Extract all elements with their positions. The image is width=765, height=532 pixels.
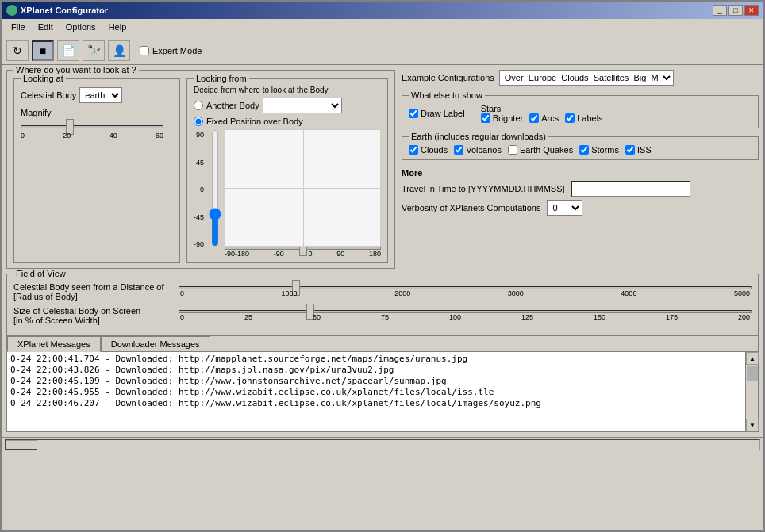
h-axis-labels: -90-180 -90 0 90 180: [225, 250, 381, 258]
size-tick-50: 50: [313, 313, 321, 321]
close-button[interactable]: ✕: [744, 5, 759, 16]
size-tick-100: 100: [449, 313, 461, 321]
expert-mode-checkbox[interactable]: [140, 46, 149, 55]
menu-help[interactable]: Help: [102, 21, 133, 34]
scroll-down-button[interactable]: ▼: [746, 419, 759, 431]
stars-options-row: Brighter Arcs Labels: [481, 113, 603, 123]
main-window: XPlanet Configurator _ □ ✕ File Edit Opt…: [0, 0, 765, 532]
tick-60: 60: [156, 132, 163, 140]
v-slider-container: [207, 129, 223, 258]
more-section: More Travel in Time to [YYYYMMDD.HHMMSS]…: [402, 168, 759, 219]
top-section: Where do you want to look at ? Looking a…: [2, 65, 763, 274]
travel-label: Travel in Time to [YYYYMMDD.HHMMSS]: [402, 184, 565, 193]
person-button[interactable]: 👤: [108, 40, 130, 61]
storms-checkbox[interactable]: [579, 145, 589, 155]
fixed-position-label: Fixed Position over Body: [206, 117, 303, 126]
size-tick-75: 75: [381, 313, 389, 321]
iss-item: ISS: [625, 145, 652, 155]
square-button[interactable]: ■: [32, 40, 54, 61]
menubar: File Edit Options Help: [2, 19, 763, 36]
scroll-up-button[interactable]: ▲: [746, 352, 759, 365]
distance-slider-area: 0 1000 2000 3000 4000 5000: [179, 286, 752, 297]
volcanos-checkbox[interactable]: [454, 145, 463, 155]
message-content[interactable]: 0-24 22:00:41.704 - Downloaded: http://m…: [7, 352, 758, 431]
maximize-button[interactable]: □: [728, 5, 743, 16]
another-body-radio[interactable]: [194, 101, 203, 110]
another-body-row: Another Body: [194, 98, 381, 113]
verbosity-label: Verbosity of XPlanets Computations: [402, 203, 540, 212]
scroll-track-area: [746, 365, 758, 419]
tick-20: 20: [63, 132, 71, 140]
celestial-body-label: Celestial Body: [21, 90, 76, 100]
grid-area: 90 45 0 -45 -90: [194, 129, 381, 258]
storms-label: Storms: [591, 145, 619, 155]
message-line-5: 0-24 22:00:46.207 - Downloaded: http://w…: [10, 398, 744, 408]
iss-checkbox[interactable]: [625, 145, 635, 155]
h-scroll-thumb[interactable]: [6, 440, 37, 450]
page-button[interactable]: 📄: [57, 40, 79, 61]
travel-row: Travel in Time to [YYYYMMDD.HHMMSS]: [402, 181, 759, 197]
fov-section: Field of View Celestial Body seen from a…: [6, 274, 759, 335]
scroll-thumb[interactable]: [747, 366, 758, 381]
brighter-checkbox[interactable]: [481, 113, 490, 123]
distance-row: Celestial Body seen from a Distance of[R…: [13, 282, 752, 301]
dist-tick-3000: 3000: [508, 289, 524, 297]
size-tick-200: 200: [738, 313, 750, 321]
fixed-position-radio[interactable]: [194, 117, 203, 126]
magnify-slider[interactable]: [21, 125, 163, 128]
looking-at-box: Looking at Celestial Body earth sun moon…: [13, 78, 180, 263]
verbosity-select[interactable]: 0 1 2 3: [547, 200, 582, 216]
grid-v-center: [303, 130, 304, 246]
earthquakes-label: Earth Quakes: [520, 145, 573, 155]
scrollbar[interactable]: ▲ ▼: [745, 352, 758, 431]
tab-downloader-messages[interactable]: Downloader Messages: [101, 336, 210, 351]
iss-label: ISS: [637, 145, 652, 155]
where-inner: Looking at Celestial Body earth sun moon…: [13, 78, 388, 263]
v-tick-0: 0: [194, 186, 204, 193]
size-tick-150: 150: [594, 313, 605, 321]
app-icon: [6, 5, 17, 16]
travel-input[interactable]: [571, 181, 690, 197]
stars-label: Stars: [481, 104, 603, 113]
horizontal-scrollbar[interactable]: [5, 439, 760, 450]
draw-label-item: Draw Label: [409, 109, 465, 118]
h-tick-n180: -90-180: [225, 250, 249, 258]
right-panel: Example Configurations Over_Europe_Cloud…: [402, 70, 759, 269]
menu-edit[interactable]: Edit: [32, 21, 60, 34]
what-else-legend: What else to show: [409, 90, 485, 100]
menu-file[interactable]: File: [5, 21, 32, 34]
earthquakes-item: Earth Quakes: [508, 145, 573, 155]
messages-wrapper: 0-24 22:00:41.704 - Downloaded: http://m…: [7, 352, 758, 431]
tick-0: 0: [21, 132, 25, 140]
looking-from-legend: Looking from: [194, 74, 249, 83]
celestial-body-select[interactable]: earth sun moon mars: [79, 87, 122, 103]
binoculars-button[interactable]: 🔭: [83, 40, 105, 61]
example-config-select[interactable]: Over_Europe_Clouds_Satellites_Big_M...: [499, 70, 674, 86]
window-title: XPlanet Configurator: [21, 6, 108, 15]
menu-options[interactable]: Options: [60, 21, 102, 34]
v-axis-labels: 90 45 0 -45 -90: [194, 131, 206, 248]
magnify-container: Magnify 0 20 40 60: [21, 108, 173, 140]
refresh-button[interactable]: ↻: [6, 40, 29, 61]
tab-xplanet-messages[interactable]: XPlanet Messages: [7, 336, 101, 352]
draw-label-checkbox[interactable]: [409, 109, 418, 118]
vertical-position-slider[interactable]: [207, 129, 223, 247]
tab-bar: XPlanet Messages Downloader Messages: [7, 336, 758, 352]
expert-mode-label: Expert Mode: [152, 46, 202, 55]
position-grid: [225, 129, 381, 247]
looking-at-legend: Looking at: [21, 74, 66, 83]
brighter-label: Brighter: [493, 113, 524, 123]
expert-mode-container: Expert Mode: [140, 46, 202, 55]
arcs-label: Arcs: [541, 113, 559, 123]
h-slider-area: -90-180 -90 0 90 180: [225, 129, 381, 258]
arcs-checkbox[interactable]: [529, 113, 539, 123]
labels-checkbox[interactable]: [565, 113, 575, 123]
another-body-select[interactable]: [263, 98, 342, 113]
size-slider-area: 0 25 50 75 100 125 150 175 200: [179, 310, 752, 321]
clouds-checkbox[interactable]: [409, 145, 418, 155]
size-label: Size of Celestial Body on Screen[in % of…: [13, 306, 172, 325]
minimize-button[interactable]: _: [713, 5, 727, 16]
example-config-label: Example Configurations: [402, 73, 494, 82]
labels-label: Labels: [577, 113, 602, 123]
earthquakes-checkbox[interactable]: [508, 145, 517, 155]
